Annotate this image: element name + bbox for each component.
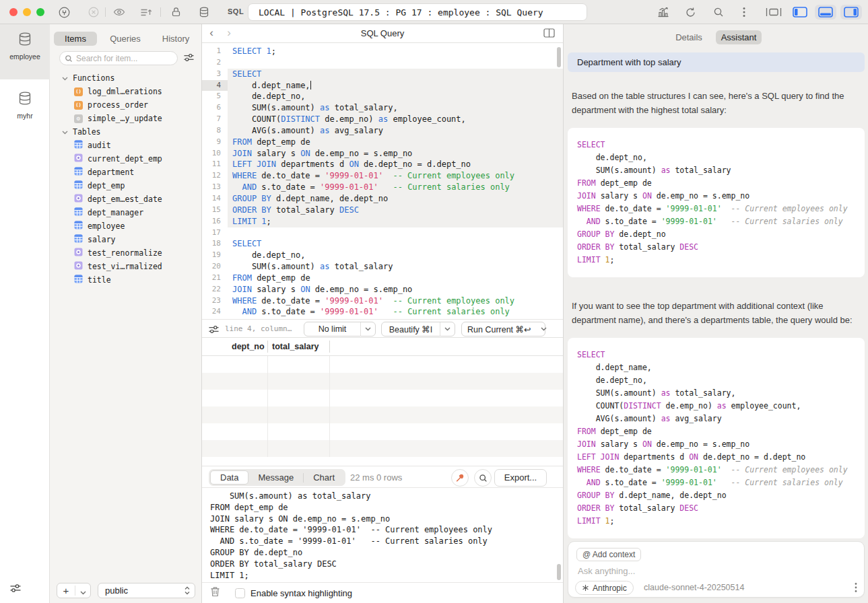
disconnect-icon[interactable] [88, 6, 100, 18]
column-header-dept_no[interactable]: dept_no [228, 341, 268, 353]
tab-queries[interactable]: Queries [106, 32, 144, 46]
export-button[interactable]: Export... [494, 469, 547, 487]
provider-select[interactable]: Anthropic [575, 581, 634, 595]
table-row[interactable] [202, 406, 563, 423]
toggle-right-panel-button[interactable] [840, 5, 862, 20]
tab-items[interactable]: Items [54, 32, 97, 46]
sidebar-item-audit[interactable]: audit [50, 139, 202, 152]
more-options-icon[interactable] [738, 6, 750, 18]
editor-filter-icon[interactable] [207, 323, 220, 335]
assistant-session-title[interactable]: Department with top salary [568, 52, 865, 72]
sidebar-item-employee[interactable]: employee [50, 219, 202, 233]
schema-select[interactable]: public [98, 583, 195, 598]
editor-line[interactable]: 2 [202, 57, 563, 69]
beautify-button[interactable]: Beautify ⌘I [381, 322, 455, 336]
tab-message[interactable]: Message [248, 470, 303, 485]
tab-chart[interactable]: Chart [304, 470, 344, 485]
editor-line[interactable]: 17 [202, 227, 563, 239]
assistant-input[interactable]: Ask anything... [578, 566, 635, 576]
run-current-button[interactable]: Run Current ⌘↩ [461, 322, 545, 336]
composer-menu-icon[interactable] [855, 582, 857, 596]
tab-details[interactable]: Details [670, 30, 708, 44]
connection-myhr[interactable]: myhr [0, 83, 50, 139]
table-row[interactable] [202, 440, 563, 457]
sidebar-item-salary[interactable]: salary [50, 233, 202, 246]
editor-line[interactable]: 22JOIN salary s ON de.emp_no = s.emp_no [202, 284, 563, 295]
editor-line[interactable]: 19 de.dept_no, [202, 250, 563, 261]
tab-data[interactable]: Data [210, 470, 248, 485]
trash-icon[interactable] [210, 586, 220, 600]
sidebar-item-simple_y_update[interactable]: ⚙simple_…y_update [50, 112, 202, 125]
add-context-button[interactable]: @ Add context [576, 548, 641, 561]
sidebar-filter-icon[interactable] [183, 52, 195, 65]
sidebar-item-test_virmalized[interactable]: test_vi…rmalized [50, 260, 202, 273]
editor-line[interactable]: 20 SUM(s.amount) as total_salary [202, 261, 563, 273]
sidebar-item-title[interactable]: title [50, 273, 202, 287]
editor-line[interactable]: 8 AVG(s.amount) as avg_salary [202, 125, 563, 137]
code-line: ORDER BY total_salary DESC [577, 241, 855, 254]
tree-section-functions[interactable]: Functions [50, 71, 202, 85]
search-results-button[interactable] [474, 469, 492, 487]
editor-line[interactable]: 13 AND s.to_date = '9999-01-01' -- Curre… [202, 182, 563, 193]
editor-line[interactable]: 12WHERE de.to_date = '9999-01-01' -- Cur… [202, 170, 563, 182]
minimize-window-button[interactable] [23, 8, 31, 16]
sql-editor[interactable]: 1SELECT 1;23SELECT4 d.dept_name,5 de.dep… [202, 43, 563, 319]
sidebar-item-dept_emp[interactable]: dept_emp [50, 179, 202, 192]
commit-list-icon[interactable] [140, 6, 152, 18]
editor-line[interactable]: 23WHERE de.to_date = '9999-01-01' -- Cur… [202, 295, 563, 307]
add-item-button[interactable]: + [57, 583, 91, 598]
tab-assistant[interactable]: Assistant [716, 30, 762, 44]
editor-line[interactable]: 24 AND s.to_date = '9999-01-01' -- Curre… [202, 306, 563, 318]
toggle-bottom-panel-button[interactable] [815, 5, 836, 20]
editor-line[interactable]: 16LIMIT 1; [202, 216, 563, 227]
editor-line[interactable]: 15ORDER BY total_salary DESC [202, 205, 563, 216]
table-row[interactable] [202, 373, 563, 390]
toggle-left-panel-button[interactable] [789, 5, 811, 20]
tree-section-tables[interactable]: Tables [50, 125, 202, 139]
table-row[interactable] [202, 356, 563, 373]
tab-history[interactable]: History [158, 32, 194, 46]
lock-icon[interactable] [170, 6, 182, 18]
editor-line[interactable]: 11LEFT JOIN departments d ON de.dept_no … [202, 159, 563, 170]
connection-employee[interactable]: employee [0, 24, 50, 79]
center-layout-icon[interactable] [765, 6, 782, 18]
rail-filter-icon[interactable] [9, 583, 22, 596]
sidebar-item-test_renormalize[interactable]: test_renormalize [50, 246, 202, 260]
editor-line[interactable]: 21FROM dept_emp de [202, 273, 563, 284]
editor-line[interactable]: 10JOIN salary s ON de.emp_no = s.emp_no [202, 148, 563, 159]
limit-dropdown[interactable]: No limit [304, 322, 376, 336]
pin-button[interactable] [451, 469, 469, 487]
editor-line[interactable]: 3SELECT [202, 69, 563, 80]
search-icon[interactable] [712, 6, 725, 18]
search-field[interactable] [59, 51, 178, 65]
close-window-button[interactable] [9, 8, 18, 16]
search-input[interactable] [76, 54, 170, 63]
table-row[interactable] [202, 423, 563, 440]
zoom-window-button[interactable] [36, 8, 44, 16]
preview-eye-icon[interactable] [113, 6, 125, 18]
message-scrollbar[interactable] [557, 564, 561, 580]
editor-line[interactable]: 7 COUNT(DISTINCT de.emp_no) as employee_… [202, 114, 563, 125]
editor-line[interactable]: 14GROUP BY d.dept_name, de.dept_no [202, 193, 563, 205]
chart-icon[interactable] [657, 6, 669, 18]
editor-line[interactable]: 18SELECT [202, 238, 563, 250]
sidebar-item-dept_emest_date[interactable]: dept_em…est_date [50, 192, 202, 206]
refresh-icon[interactable] [684, 6, 696, 18]
database-icon[interactable] [198, 6, 210, 18]
sidebar-item-dept_manager[interactable]: dept_manager [50, 206, 202, 219]
editor-scrollbar[interactable] [557, 47, 561, 67]
split-editor-icon[interactable] [543, 28, 555, 40]
sidebar-item-log_dmlerations[interactable]: ()log_dml…erations [50, 85, 202, 98]
editor-line[interactable]: 9FROM dept_emp de [202, 137, 563, 148]
syntax-highlighting-checkbox[interactable] [235, 588, 245, 598]
sidebar-item-process_order[interactable]: ()process_order [50, 98, 202, 112]
sidebar-item-department[interactable]: department [50, 166, 202, 179]
editor-line[interactable]: 4 d.dept_name, [202, 80, 563, 92]
editor-line[interactable]: 6 SUM(s.amount) as total_salary, [202, 102, 563, 114]
connection-plug-icon[interactable] [58, 6, 70, 18]
editor-line[interactable]: 5 de.dept_no, [202, 91, 563, 102]
sidebar-item-current_dept_emp[interactable]: current_dept_emp [50, 152, 202, 166]
table-row[interactable] [202, 390, 563, 406]
column-header-total_salary[interactable]: total_salary [268, 341, 330, 353]
editor-line[interactable]: 1SELECT 1; [202, 46, 563, 57]
